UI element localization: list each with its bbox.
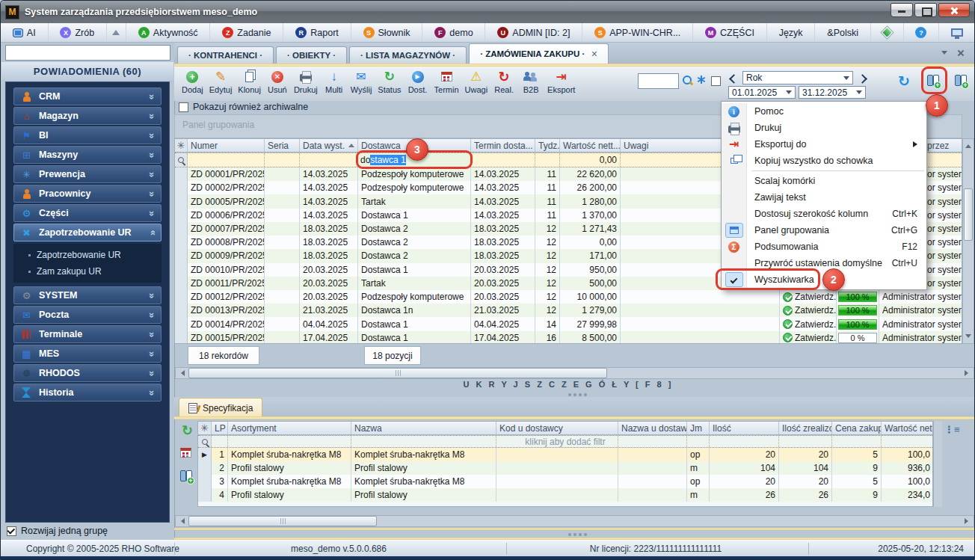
- sidebar-group-crm[interactable]: CRM»: [13, 87, 162, 105]
- menubar-item-help[interactable]: ?: [904, 23, 940, 42]
- period-from-date[interactable]: 01.01.2025: [728, 86, 796, 99]
- menu-item-kopiuj-wszystko-do-schowka[interactable]: Kopiuj wszystko do schowka: [722, 153, 926, 169]
- sidebar-group-mes[interactable]: ▦MES»: [13, 345, 162, 363]
- sidebar-search-input[interactable]: [5, 45, 170, 61]
- tabstrip-close-icon[interactable]: [956, 49, 965, 58]
- spec-row-2[interactable]: 2Profil stalowyProfil stalowym1041049936…: [198, 461, 932, 475]
- spec-filter-row[interactable]: kliknij aby dodać filtr: [198, 435, 932, 448]
- expand-one-group-option[interactable]: Rozwijaj jedną grupę: [7, 526, 108, 536]
- spec-column-header-cena-zakupu[interactable]: Cena zakupu: [832, 422, 882, 434]
- menubar-item-app-win-chr-[interactable]: SAPP-WIN-CHR...: [582, 23, 693, 42]
- spec-add-column-view-icon[interactable]: +: [179, 469, 194, 483]
- sidebar-item-zapotrzebowanie-ur[interactable]: Zapotrzebowanie UR: [15, 247, 162, 263]
- menu-item-scalaj-komórki[interactable]: Scalaj komórki: [722, 173, 926, 189]
- spec-column-header-jm[interactable]: Jm: [687, 422, 710, 434]
- menu-item-panel-grupowania[interactable]: Panel grupowaniaCtrl+G: [722, 222, 926, 239]
- order-row-zd-00012-pr-2025[interactable]: ZD 00012/PR/202520.03.2025Podzespoły kom…: [175, 290, 962, 304]
- scroll-left-icon[interactable]: [176, 516, 187, 526]
- spec-column-header-asortyment[interactable]: Asortyment: [228, 422, 351, 434]
- menu-item-podsumowania[interactable]: ΣPodsumowaniaF12: [722, 239, 926, 255]
- close-button[interactable]: [938, 3, 970, 17]
- menu-item-zawijaj-tekst[interactable]: Zawijaj tekst: [722, 189, 926, 206]
- scrollbar-thumb[interactable]: [188, 368, 607, 378]
- sidebar-group-historia[interactable]: Historia»: [13, 384, 162, 401]
- menu-item-dostosuj-szerokość-kolumn[interactable]: Dostosuj szerokość kolumnCtrl+K: [722, 206, 926, 222]
- toolbar-button-klonuj[interactable]: Klonuj: [235, 67, 264, 95]
- sidebar-group-maszyny[interactable]: ⊞Maszyny»: [13, 146, 162, 164]
- tab-lista-magazynów[interactable]: · LISTA MAGAZYNÓW ·: [349, 46, 467, 64]
- order-row-zd-00013-pr-2025[interactable]: ZD 00013/PR/202521.03.2025Dostawca 1n21.…: [175, 304, 962, 317]
- menubar-item-triangle[interactable]: [107, 23, 126, 42]
- scroll-right-icon[interactable]: [962, 516, 974, 526]
- period-to-date[interactable]: 31.12.2025: [799, 86, 866, 99]
- tab-specyfikacja[interactable]: Specyfikacja: [179, 398, 262, 417]
- menubar-item-ai[interactable]: AI: [1, 23, 49, 42]
- refresh-icon[interactable]: ↻: [898, 74, 910, 88]
- sidebar-group-poczta[interactable]: ✉Poczta»: [13, 306, 162, 324]
- tab-close-icon[interactable]: ✕: [591, 49, 597, 59]
- spec-vertical-scrollbar[interactable]: [933, 421, 942, 507]
- maximize-button[interactable]: [914, 3, 937, 17]
- column-header-Termin dosta...[interactable]: Termin dosta...: [471, 139, 535, 152]
- sidebar-item-zam-zakupu-ur[interactable]: Zam zakupu UR: [15, 263, 162, 280]
- toolbar-button-termin[interactable]: Termin: [431, 67, 462, 95]
- toolbar-checkbox[interactable]: [711, 76, 721, 86]
- spec-row-3[interactable]: 3Komplet śruba-nakrętka M8Komplet śruba-…: [198, 475, 932, 488]
- spec-column-header-ilość-zrealizo-[interactable]: Ilość zrealizo...: [779, 422, 832, 434]
- toolbar-button-real-[interactable]: ↻Real.: [490, 67, 517, 95]
- toolbar-button-status[interactable]: ↻Status: [375, 67, 404, 95]
- period-type-select[interactable]: Rok: [742, 71, 853, 84]
- toolbar-button-multi[interactable]: ↓Multi: [321, 67, 348, 95]
- tabstrip-chevron-down-icon[interactable]: [940, 49, 949, 58]
- spec-column-header-lp[interactable]: LP: [212, 422, 228, 434]
- sidebar-group-terminale[interactable]: Terminale»: [13, 325, 162, 343]
- sidebar-group-system[interactable]: ⚙SYSTEM»: [13, 286, 162, 304]
- menubar-item-diamond[interactable]: [871, 23, 904, 42]
- menu-item-drukuj[interactable]: Drukuj: [722, 120, 926, 136]
- spec-column-header-kod-u-dostawcy[interactable]: Kod u dostawcy: [496, 422, 618, 434]
- menubar-item-s-ownik[interactable]: SSłownik: [351, 23, 423, 42]
- tab-obiekty[interactable]: · OBIEKTY ·: [276, 46, 347, 64]
- menubar-item-monitor[interactable]: [939, 23, 975, 42]
- column-chooser-icon[interactable]: ⋮≡: [944, 424, 960, 435]
- menubar-item-j-zyk[interactable]: Język: [767, 23, 816, 42]
- menubar-item-aktywno-[interactable]: AAktywność: [126, 23, 210, 42]
- sidebar-group-bi[interactable]: ⚑BI»: [13, 126, 162, 144]
- scrollbar-thumb[interactable]: [188, 516, 377, 526]
- add-column-view-icon-2[interactable]: +: [954, 73, 968, 87]
- menu-item-pomoc[interactable]: iPomoc: [722, 103, 926, 120]
- menubar-item-zr-b[interactable]: XZrób: [49, 23, 107, 42]
- menubar-item--polski[interactable]: &Polski: [815, 23, 870, 42]
- scroll-left-icon[interactable]: [176, 368, 187, 378]
- toolbar-button-uwagi[interactable]: ⚠Uwagi: [462, 67, 491, 95]
- quick-search-input[interactable]: [638, 73, 679, 89]
- show-archived-checkbox[interactable]: [179, 102, 188, 112]
- orders-horizontal-scrollbar[interactable]: [175, 367, 974, 379]
- menubar-item-cz-ci[interactable]: MCZĘŚCI: [693, 23, 767, 42]
- toolbar-button-edytuj[interactable]: ✎Edytuj: [206, 67, 236, 95]
- menubar-item-raport[interactable]: RRaport: [283, 23, 351, 42]
- spec-column-header-nazwa[interactable]: Nazwa: [351, 422, 496, 434]
- minimize-button[interactable]: [891, 3, 913, 17]
- menubar-item-demo[interactable]: Fdemo: [422, 23, 485, 42]
- hide-details-label[interactable]: U K R Y J S Z C Z E G Ó Ł Y [ F 8 ]: [174, 380, 962, 389]
- spec-row-4[interactable]: 4Profil stalowyProfil stalowym26269234,0: [198, 488, 932, 502]
- scroll-up-icon[interactable]: [963, 139, 974, 150]
- sidebar-group-magazyn[interactable]: ⌂Magazyn»: [13, 107, 162, 125]
- sidebar-group-cz-ci[interactable]: ⚙Części»: [13, 204, 162, 222]
- sidebar-group-prewencja[interactable]: ✳Prewencja»: [13, 165, 162, 183]
- previous-period-icon[interactable]: [729, 74, 739, 84]
- spec-column-header-wartość-netto[interactable]: Wartość netto: [882, 422, 933, 434]
- spec-calendar-icon[interactable]: [180, 448, 191, 458]
- tab-kontrahenci[interactable]: · KONTRAHENCI ·: [177, 46, 274, 64]
- column-header-Seria[interactable]: Seria: [265, 139, 300, 152]
- spec-horizontal-scrollbar[interactable]: [175, 515, 974, 527]
- spec-column-header-ilość[interactable]: Ilość: [710, 422, 779, 434]
- expand-one-group-checkbox[interactable]: [7, 526, 16, 536]
- spec-refresh-icon[interactable]: ↻: [182, 424, 193, 437]
- tab-zamówienia-zakupu[interactable]: · ZAMÓWIENIA ZAKUPU ·✕: [469, 43, 609, 64]
- toolbar-button-b2b[interactable]: B2B: [517, 67, 544, 95]
- scroll-right-icon[interactable]: [962, 368, 974, 378]
- menubar-item-zadanie[interactable]: ZZadanie: [210, 23, 283, 42]
- order-row-zd-00014-pr-2025[interactable]: ZD 00014/PR/202504.04.2025Dostawca 104.0…: [175, 317, 962, 330]
